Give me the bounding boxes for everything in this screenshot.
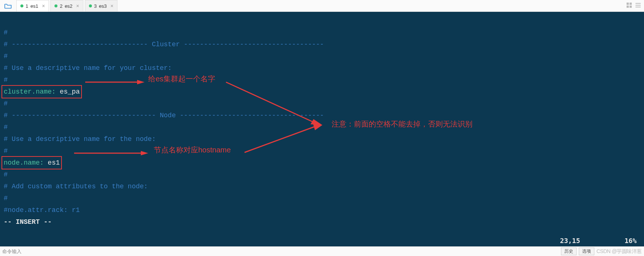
yaml-value: es1 (44, 159, 60, 166)
menu-icon[interactable] (635, 2, 641, 9)
watermark: CSDN @芋圆味洋葱 (597, 248, 642, 255)
modified-dot-icon (89, 4, 92, 7)
tab-index: 3 (94, 3, 97, 9)
svg-rect-2 (627, 6, 629, 8)
open-folder-icon[interactable] (0, 2, 16, 10)
code-line: #node.attr.rack: r1 (4, 206, 80, 214)
code-line: # (4, 147, 8, 155)
svg-rect-5 (635, 5, 641, 6)
tab-es3[interactable]: 3 es3 × (85, 0, 117, 11)
cluster-name-box: cluster.name: es_pa (1, 85, 82, 98)
tab-strip: 1 es1 × 2 es2 × 3 es3 × (16, 0, 119, 11)
tab-label: es1 (30, 3, 38, 9)
modified-dot-icon (54, 4, 57, 7)
code-editor[interactable]: # # ---------------------------------- C… (0, 12, 644, 243)
code-line: # ------------------------------------ N… (4, 112, 324, 119)
code-line: # (4, 124, 8, 131)
svg-rect-1 (630, 3, 632, 5)
command-prompt[interactable]: 命令输入 (2, 248, 21, 255)
svg-rect-4 (635, 3, 641, 4)
yaml-key: cluster.name: (4, 88, 56, 95)
code-line: # (4, 195, 8, 202)
tab-index: 1 (26, 3, 28, 9)
code-line: # (4, 171, 8, 178)
code-line: # (4, 53, 8, 60)
code-line: # (4, 100, 8, 107)
node-name-box: node.name: es1 (1, 156, 62, 169)
close-icon[interactable]: × (42, 3, 45, 9)
options-button[interactable]: 选项 (579, 247, 594, 255)
tab-label: es2 (65, 3, 73, 9)
svg-rect-3 (630, 6, 632, 8)
yaml-key: node.name: (4, 159, 44, 166)
code-line: # Add custom attributes to the node: (4, 183, 148, 190)
tab-label: es3 (99, 3, 107, 9)
close-icon[interactable]: × (110, 3, 113, 9)
editor-pane[interactable]: # # ---------------------------------- C… (0, 12, 644, 246)
code-line: # Use a descriptive name for the node: (4, 135, 156, 143)
modified-dot-icon (20, 4, 23, 7)
bottom-bar: 命令输入 历史 选项 CSDN @芋圆味洋葱 (0, 246, 644, 256)
view-toggles (626, 2, 641, 9)
top-bar: 1 es1 × 2 es2 × 3 es3 × (0, 0, 644, 12)
code-line: # ---------------------------------- Clu… (4, 41, 324, 48)
history-button[interactable]: 历史 (561, 247, 577, 255)
code-line: # (4, 76, 8, 84)
yaml-value: es_pa (56, 88, 80, 95)
code-line: # Use a descriptive name for your cluste… (4, 64, 172, 72)
close-icon[interactable]: × (76, 3, 79, 9)
tab-es2[interactable]: 2 es2 × (50, 0, 83, 11)
svg-rect-0 (627, 3, 629, 5)
code-line: # (4, 29, 8, 36)
svg-rect-6 (635, 7, 641, 7)
tab-es1[interactable]: 1 es1 × (16, 0, 49, 11)
vim-mode: -- INSERT -- (4, 218, 52, 226)
tab-index: 2 (60, 3, 62, 9)
grid-view-icon[interactable] (626, 2, 632, 9)
